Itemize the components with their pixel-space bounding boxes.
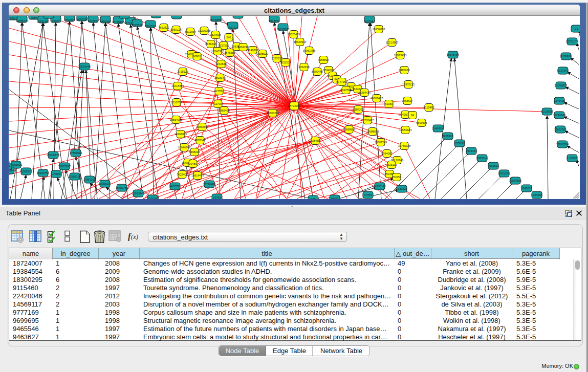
svg-text:13226058: 13226058 [198, 29, 210, 32]
svg-text:8215958: 8215958 [541, 110, 552, 113]
svg-text:20206576: 20206576 [47, 154, 59, 157]
svg-text:12505135: 12505135 [69, 175, 81, 178]
svg-text:96457: 96457 [331, 197, 338, 199]
svg-text:9777169: 9777169 [336, 80, 347, 83]
svg-text:1527602: 1527602 [88, 19, 98, 23]
svg-text:8186323: 8186323 [205, 42, 216, 46]
svg-text:2069: 2069 [31, 16, 37, 19]
svg-text:10973493: 10973493 [394, 54, 406, 57]
svg-text:1911: 1911 [10, 17, 16, 20]
svg-text:7663822: 7663822 [158, 26, 169, 29]
svg-text:19218506: 19218506 [277, 28, 289, 31]
svg-text:9242848: 9242848 [215, 62, 226, 65]
svg-text:12942757: 12942757 [37, 171, 49, 174]
svg-text:6497568: 6497568 [340, 89, 351, 92]
svg-text:1145194: 1145194 [51, 172, 61, 176]
svg-text:9322037: 9322037 [280, 61, 291, 64]
svg-text:12975115: 12975115 [402, 83, 415, 86]
svg-text:1615112: 1615112 [386, 163, 397, 166]
svg-text:16543382: 16543382 [211, 50, 224, 53]
svg-text:16914479: 16914479 [191, 174, 204, 177]
svg-text:16033809: 16033809 [210, 18, 222, 21]
svg-text:15751074: 15751074 [566, 40, 578, 43]
svg-text:98901: 98901 [193, 55, 201, 58]
svg-text:1733426: 1733426 [396, 187, 407, 190]
svg-text:11568129: 11568129 [20, 170, 32, 173]
svg-text:11700: 11700 [214, 102, 222, 105]
svg-text:129234: 129234 [148, 197, 157, 199]
svg-text:17859924: 17859924 [70, 151, 82, 155]
svg-text:7955812: 7955812 [318, 58, 329, 61]
svg-text:7632621: 7632621 [488, 164, 498, 167]
svg-text:1244415: 1244415 [554, 99, 564, 102]
svg-text:8953: 8953 [9, 165, 10, 168]
svg-text:11353594: 11353594 [196, 125, 208, 128]
svg-text:9329966: 9329966 [560, 55, 571, 58]
svg-text:7515526: 7515526 [132, 24, 142, 27]
svg-text:10046766: 10046766 [178, 146, 190, 149]
svg-text:9699695: 9699695 [416, 121, 427, 124]
svg-text:19384554: 19384554 [309, 139, 321, 142]
svg-text:18807249: 18807249 [375, 141, 387, 144]
svg-text:8471676: 8471676 [498, 172, 509, 175]
svg-text:546: 546 [226, 36, 231, 39]
svg-text:7357224: 7357224 [227, 26, 238, 29]
svg-text:9146821: 9146821 [247, 49, 258, 52]
svg-text:17334: 17334 [364, 193, 372, 196]
svg-text:8912954: 8912954 [185, 30, 195, 33]
svg-text:20533346: 20533346 [78, 65, 91, 68]
svg-text:99489: 99489 [189, 162, 197, 165]
svg-text:2087682: 2087682 [364, 20, 375, 23]
svg-text:18300295: 18300295 [267, 112, 279, 115]
svg-text:6794028: 6794028 [323, 69, 334, 72]
svg-text:84: 84 [411, 114, 414, 117]
svg-text:8813054: 8813054 [269, 19, 279, 23]
svg-text:10654162: 10654162 [509, 179, 521, 182]
svg-text:10688639: 10688639 [366, 130, 379, 133]
svg-text:1588520: 1588520 [257, 52, 268, 55]
svg-text:1640954: 1640954 [432, 127, 443, 130]
svg-text:21364436: 21364436 [358, 91, 371, 94]
svg-text:13325419: 13325419 [288, 33, 300, 36]
svg-text:16210643: 16210643 [553, 114, 565, 117]
svg-text:12213967: 12213967 [386, 41, 398, 44]
svg-text:9474444: 9474444 [466, 149, 476, 152]
svg-text:10958107: 10958107 [99, 182, 111, 185]
svg-text:1362615: 1362615 [298, 65, 309, 69]
svg-text:7515526: 7515526 [145, 25, 156, 28]
svg-text:15716485: 15716485 [203, 183, 215, 186]
svg-text:12213369: 12213369 [171, 84, 184, 87]
svg-text:9327508: 9327508 [210, 33, 221, 36]
svg-text:2803144: 2803144 [214, 76, 225, 79]
svg-text:8938923: 8938923 [442, 135, 453, 138]
svg-text:6466160: 6466160 [100, 20, 111, 23]
svg-text:5498222: 5498222 [189, 150, 200, 154]
svg-text:1322037: 1322037 [271, 57, 282, 60]
svg-text:19756928: 19756928 [398, 144, 410, 147]
svg-text:19166825: 19166825 [175, 133, 187, 136]
svg-text:6179197: 6179197 [454, 142, 465, 145]
svg-text:9245052: 9245052 [521, 187, 532, 190]
svg-text:7485063: 7485063 [399, 69, 409, 72]
svg-text:2935114: 2935114 [476, 157, 487, 160]
svg-text:20691406: 20691406 [37, 20, 49, 23]
svg-text:1965498: 1965498 [219, 109, 229, 112]
svg-text:1064095: 1064095 [531, 193, 542, 196]
svg-text:16783: 16783 [213, 196, 221, 199]
svg-text:18640910: 18640910 [294, 40, 306, 43]
svg-text:7386322: 7386322 [353, 108, 363, 111]
svg-text:9227342: 9227342 [557, 69, 568, 72]
svg-text:125: 125 [311, 198, 315, 199]
svg-text:10688609: 10688609 [343, 128, 355, 131]
svg-text:8878342: 8878342 [194, 139, 205, 142]
svg-text:62160: 62160 [385, 102, 393, 105]
svg-text:9463627: 9463627 [402, 99, 412, 102]
svg-text:1010755: 1010755 [171, 101, 182, 104]
svg-text:18724007: 18724007 [288, 104, 300, 107]
svg-text:9115460: 9115460 [423, 106, 434, 109]
svg-text:3875685: 3875685 [224, 51, 235, 54]
svg-text:12923446: 12923446 [132, 192, 144, 195]
svg-text:10653267: 10653267 [76, 18, 88, 21]
svg-text:8960124: 8960124 [170, 28, 181, 31]
svg-text:8990448: 8990448 [312, 70, 322, 73]
